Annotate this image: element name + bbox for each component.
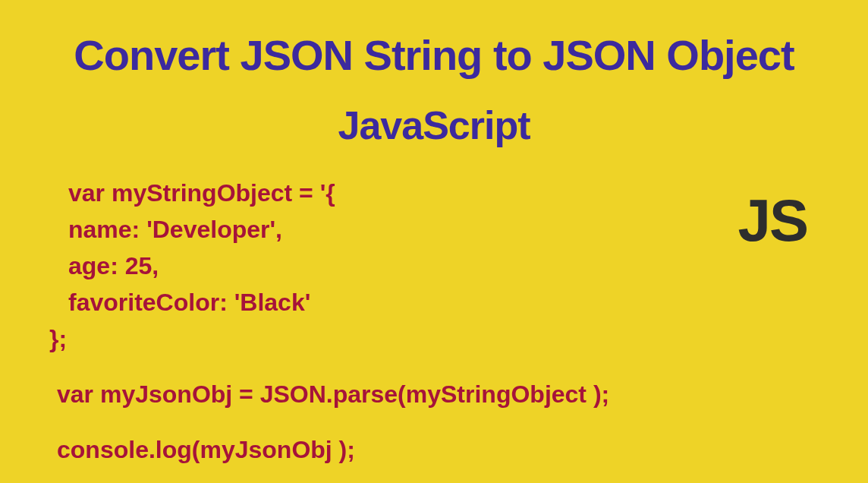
- code-line: };: [49, 320, 868, 357]
- page-heading: Convert JSON String to JSON Object: [0, 30, 868, 80]
- code-line: var myJsonObj = JSON.parse(myStringObjec…: [57, 376, 868, 412]
- js-badge: JS: [738, 186, 807, 255]
- code-line: console.log(myJsonObj );: [57, 431, 868, 468]
- code-line: favoriteColor: 'Black': [57, 284, 868, 320]
- page-subheading: JavaScript: [0, 103, 868, 148]
